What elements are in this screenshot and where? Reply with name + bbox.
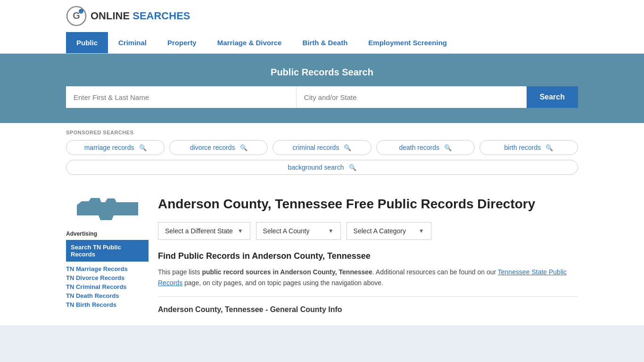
search-icon-6: 🔍 (349, 164, 356, 171)
sponsored-section: SPONSORED SEARCHES marriage records 🔍 di… (0, 123, 644, 184)
category-dropdown[interactable]: Select A Category ▼ (347, 222, 431, 240)
logo-icon: G → (66, 6, 87, 26)
nav-item-public[interactable]: Public (66, 32, 108, 53)
chevron-down-icon-county: ▼ (328, 228, 334, 234)
logo: G → ONLINE SEARCHES (66, 6, 190, 26)
logo-text: ONLINE SEARCHES (91, 10, 190, 22)
nav-item-criminal[interactable]: Criminal (108, 32, 157, 53)
main-content: Advertising Search TN Public Records TN … (0, 184, 644, 325)
sponsored-tags: marriage records 🔍 divorce records 🔍 cri… (66, 140, 578, 175)
tag-background-search[interactable]: background search 🔍 (66, 160, 578, 175)
state-shape (66, 196, 149, 223)
section-divider (158, 296, 578, 297)
content-area: Anderson County, Tennessee Free Public R… (158, 196, 578, 314)
sidebar-link-divorce[interactable]: TN Divorce Records (66, 274, 149, 281)
find-records-title: Find Public Records in Anderson County, … (158, 251, 578, 261)
search-form: Search (66, 86, 578, 108)
search-icon-1: 🔍 (139, 144, 147, 151)
ad-block[interactable]: Search TN Public Records (66, 240, 149, 262)
tag-criminal-records[interactable]: criminal records 🔍 (272, 140, 371, 155)
sponsored-label: SPONSORED SEARCHES (66, 130, 578, 135)
sidebar-link-criminal[interactable]: TN Criminal Records (66, 283, 149, 290)
search-icon-2: 🔍 (240, 144, 248, 151)
search-banner-title: Public Records Search (66, 67, 578, 78)
ad-label: Advertising (66, 230, 149, 237)
nav-item-employment[interactable]: Employment Screening (358, 32, 457, 53)
tag-divorce-records[interactable]: divorce records 🔍 (169, 140, 268, 155)
nav-item-marriage-divorce[interactable]: Marriage & Divorce (207, 32, 292, 53)
svg-text:→: → (79, 10, 83, 14)
sidebar-link-birth[interactable]: TN Birth Records (66, 301, 149, 308)
section-title: Anderson County, Tennessee - General Cou… (158, 305, 578, 314)
search-icon-3: 🔍 (344, 144, 351, 151)
nav-item-birth-death[interactable]: Birth & Death (292, 32, 358, 53)
sidebar-ad: Advertising Search TN Public Records TN … (66, 230, 149, 308)
dropdowns-row: Select a Different State ▼ Select A Coun… (158, 222, 578, 240)
tag-birth-records[interactable]: birth records 🔍 (479, 140, 578, 155)
search-icon-5: 🔍 (545, 144, 553, 151)
tag-marriage-records[interactable]: marriage records 🔍 (66, 140, 165, 155)
location-input[interactable] (297, 86, 527, 108)
name-input[interactable] (66, 86, 297, 108)
sidebar-link-marriage[interactable]: TN Marriage Records (66, 265, 149, 272)
sidebar-link-death[interactable]: TN Death Records (66, 292, 149, 299)
find-records-text: This page lists public record sources in… (158, 267, 578, 288)
search-icon-4: 🔍 (444, 144, 452, 151)
search-button[interactable]: Search (527, 86, 578, 108)
sidebar: Advertising Search TN Public Records TN … (66, 196, 149, 314)
search-banner: Public Records Search Search (0, 54, 644, 123)
county-dropdown[interactable]: Select A County ▼ (256, 222, 341, 240)
chevron-down-icon-state: ▼ (238, 228, 243, 234)
chevron-down-icon-category: ▼ (419, 228, 424, 234)
page-title: Anderson County, Tennessee Free Public R… (158, 196, 578, 213)
tennessee-map-icon (77, 196, 138, 222)
nav-item-property[interactable]: Property (157, 32, 207, 53)
tag-death-records[interactable]: death records 🔍 (376, 140, 475, 155)
svg-marker-4 (77, 198, 138, 220)
main-nav: Public Criminal Property Marriage & Divo… (0, 32, 644, 54)
sidebar-links: TN Marriage Records TN Divorce Records T… (66, 265, 149, 308)
state-dropdown[interactable]: Select a Different State ▼ (158, 222, 250, 240)
header: G → ONLINE SEARCHES (0, 0, 644, 32)
